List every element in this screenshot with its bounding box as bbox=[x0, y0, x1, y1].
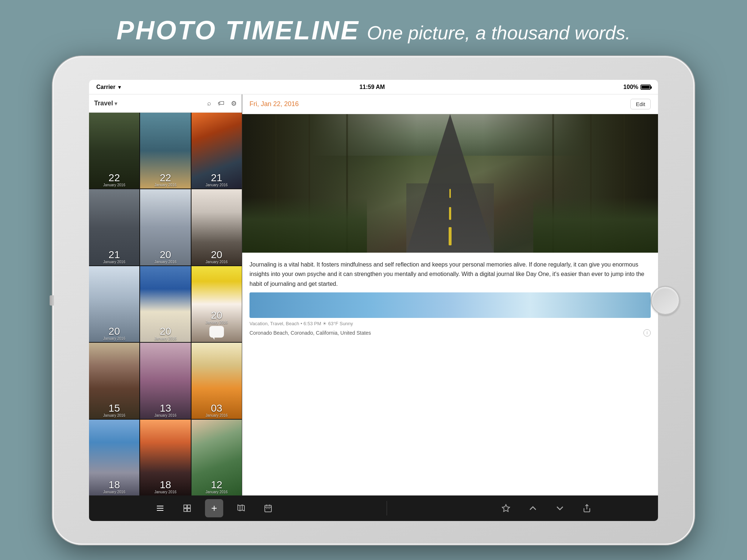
map-view-button[interactable] bbox=[232, 499, 250, 517]
chat-bubble-icon bbox=[209, 326, 224, 338]
left-panel: Travel ▾ ⌕ 🏷 ⚙ bbox=[89, 94, 242, 495]
entry-date: Fri, Jan 22, 2016 bbox=[249, 100, 299, 108]
photo-date-overlay: 15 January 2016 bbox=[89, 403, 139, 417]
edit-button[interactable]: Edit bbox=[630, 99, 651, 109]
photo-cell[interactable]: 21 January 2016 bbox=[191, 113, 242, 188]
photo-cell[interactable]: 20 January 2016 bbox=[191, 266, 242, 342]
next-entry-button[interactable] bbox=[551, 499, 569, 517]
entry-small-photo bbox=[249, 292, 651, 318]
app-title: PHOTO TIMELINE One picture, a thousand w… bbox=[116, 15, 630, 45]
photo-cell[interactable]: 15 January 2016 bbox=[89, 343, 139, 419]
ipad-frame: Carrier ▾ 11:59 AM 100% Trave bbox=[53, 56, 694, 545]
svg-rect-4 bbox=[187, 505, 190, 508]
left-panel-header: Travel ▾ ⌕ 🏷 ⚙ bbox=[89, 94, 242, 113]
calendar-view-button[interactable] bbox=[259, 499, 277, 517]
info-icon[interactable]: i bbox=[643, 329, 651, 337]
entry-hero-photo bbox=[242, 114, 658, 253]
photo-date-overlay: 21 January 2016 bbox=[191, 173, 242, 187]
entry-header: Fri, Jan 22, 2016 Edit bbox=[242, 94, 658, 114]
journal-name: Travel bbox=[94, 100, 113, 107]
status-bar-right: 100% bbox=[623, 84, 651, 90]
share-button[interactable] bbox=[578, 499, 596, 517]
photo-view-button[interactable] bbox=[178, 499, 196, 517]
battery-fill bbox=[642, 86, 650, 89]
photo-date-overlay: 22 January 2016 bbox=[89, 173, 139, 187]
photo-grid: 22 January 2016 22 January 2016 bbox=[89, 113, 242, 495]
svg-rect-5 bbox=[184, 509, 187, 512]
entry-body-text: Journaling is a vital habit. It fosters … bbox=[242, 253, 658, 292]
photo-date-overlay: 20 January 2016 bbox=[191, 250, 242, 264]
photo-cell[interactable]: 21 January 2016 bbox=[89, 189, 139, 265]
app-title-sub: One picture, a thousand words. bbox=[367, 22, 631, 44]
toolbar-right bbox=[497, 499, 596, 517]
photo-cell[interactable]: 18 January 2016 bbox=[89, 420, 139, 495]
search-icon[interactable]: ⌕ bbox=[207, 100, 211, 107]
photo-date-overlay: 18 January 2016 bbox=[89, 480, 139, 494]
photo-cell[interactable]: 03 January 2016 bbox=[191, 343, 242, 419]
photo-date-overlay: 12 January 2016 bbox=[191, 480, 242, 494]
add-entry-button[interactable]: + bbox=[205, 499, 223, 517]
forest-road-scene bbox=[242, 114, 658, 253]
photo-date-overlay: 03 January 2016 bbox=[191, 403, 242, 417]
ipad-screen: Carrier ▾ 11:59 AM 100% Trave bbox=[89, 80, 658, 521]
svg-rect-6 bbox=[187, 509, 190, 512]
photo-cell[interactable]: 22 January 2016 bbox=[89, 113, 139, 188]
home-button[interactable] bbox=[651, 286, 680, 315]
photo-cell[interactable]: 20 January 2016 bbox=[191, 189, 242, 265]
photo-cell[interactable]: 20 January 2016 bbox=[140, 266, 190, 342]
svg-rect-3 bbox=[184, 505, 187, 508]
app-content: Travel ▾ ⌕ 🏷 ⚙ bbox=[89, 94, 658, 521]
status-bar-left: Carrier ▾ bbox=[96, 84, 121, 90]
photo-cell[interactable]: 22 January 2016 bbox=[140, 113, 190, 188]
photo-cell[interactable]: 20 January 2016 bbox=[140, 189, 190, 265]
photo-cell[interactable]: 18 January 2016 bbox=[140, 420, 190, 495]
toolbar-left: + bbox=[151, 499, 277, 517]
status-bar-time: 11:59 AM bbox=[359, 84, 385, 90]
photo-date-overlay: 20 January 2016 bbox=[140, 326, 190, 341]
svg-marker-17 bbox=[502, 505, 510, 512]
photo-date-overlay: 22 January 2016 bbox=[140, 173, 190, 187]
photo-date-overlay: 13 January 2016 bbox=[140, 403, 190, 417]
gear-icon[interactable]: ⚙ bbox=[231, 100, 237, 108]
photo-date-overlay: 20 January 2016 bbox=[89, 326, 139, 341]
app-header: PHOTO TIMELINE One picture, a thousand w… bbox=[116, 15, 630, 45]
entry-meta: Vacation, Travel, Beach • 6:53 PM ☀ 63°F… bbox=[242, 318, 658, 328]
photo-cell[interactable]: 13 January 2016 bbox=[140, 343, 190, 419]
bottom-toolbar: + bbox=[89, 495, 658, 521]
status-bar: Carrier ▾ 11:59 AM 100% bbox=[89, 80, 658, 94]
photo-date-overlay: 18 January 2016 bbox=[140, 480, 190, 494]
tag-icon[interactable]: 🏷 bbox=[218, 100, 224, 107]
battery-icon bbox=[640, 85, 651, 90]
battery-percent: 100% bbox=[623, 84, 638, 90]
chevron-down-icon: ▾ bbox=[115, 101, 117, 106]
photo-cell[interactable]: 20 January 2016 bbox=[89, 266, 139, 342]
prev-entry-button[interactable] bbox=[524, 499, 542, 517]
photo-cell[interactable]: 12 January 2016 bbox=[191, 420, 242, 495]
wifi-icon: ▾ bbox=[118, 84, 121, 90]
photo-date-overlay: 21 January 2016 bbox=[89, 250, 139, 264]
left-header-icons: ⌕ 🏷 ⚙ bbox=[207, 100, 237, 108]
entry-tags: Vacation, Travel, Beach • 6:53 PM ☀ 63°F… bbox=[249, 321, 353, 326]
app-title-main: PHOTO TIMELINE bbox=[116, 15, 360, 45]
right-panel: Fri, Jan 22, 2016 Edit bbox=[242, 94, 658, 495]
entry-location: Coronado Beach, Coronado, California, Un… bbox=[242, 328, 658, 339]
journal-selector[interactable]: Travel ▾ bbox=[94, 100, 117, 107]
svg-marker-7 bbox=[238, 505, 244, 511]
list-view-button[interactable] bbox=[151, 499, 169, 517]
split-view: Travel ▾ ⌕ 🏷 ⚙ bbox=[89, 94, 658, 495]
photo-date-overlay: 20 January 2016 bbox=[140, 250, 190, 264]
favorite-button[interactable] bbox=[497, 499, 515, 517]
location-text: Coronado Beach, Coronado, California, Un… bbox=[249, 330, 371, 336]
carrier-text: Carrier bbox=[96, 84, 115, 90]
side-button bbox=[50, 295, 54, 306]
entry-content: Journaling is a vital habit. It fosters … bbox=[242, 114, 658, 495]
toolbar-separator bbox=[387, 501, 387, 516]
photo-date-overlay: 20 January 2016 bbox=[191, 310, 242, 324]
